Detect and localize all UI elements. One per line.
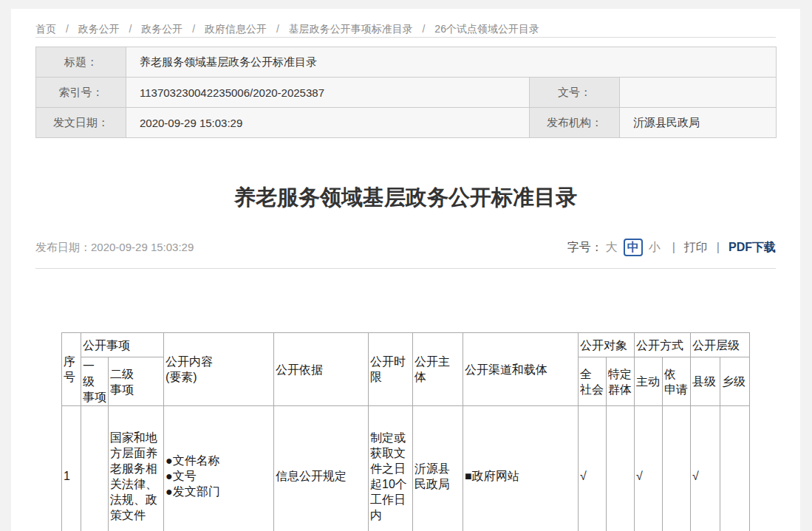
table-row: 1 国家和地方层面养老服务相关法律、法规、政策文件 ●文件名称 ●文号 ●发文部… xyxy=(62,406,750,531)
meta-date-value: 2020-09-29 15:03:29 xyxy=(126,108,530,138)
breadcrumb-item-pilot-areas[interactable]: 26个试点领域公开目录 xyxy=(434,23,539,35)
fontsize-medium-button[interactable]: 中 xyxy=(624,239,643,256)
breadcrumb-item-info-disclosure[interactable]: 政府信息公开 xyxy=(205,23,267,35)
publish-date: 发布日期：2020-09-29 15:03:29 xyxy=(35,241,194,255)
breadcrumb-item-zwgk-1[interactable]: 政务公开 xyxy=(78,23,120,35)
meta-agency-value: 沂源县民政局 xyxy=(620,108,777,138)
publish-date-label: 发布日期： xyxy=(35,241,91,253)
header-seq: 序 号 xyxy=(62,333,81,406)
header-mode-group: 公开方式 xyxy=(635,333,691,357)
meta-index-value: 113703230042235006/2020-2025387 xyxy=(126,78,530,108)
article-toolbar: 字号： 大 中 小 | 打印 | PDF下载 xyxy=(567,239,776,256)
print-button[interactable]: 打印 xyxy=(684,240,708,256)
breadcrumb-separator: / xyxy=(423,23,426,35)
meta-agency-label: 发布机构： xyxy=(530,108,620,138)
meta-row-date: 发文日期： 2020-09-29 15:03:29 发布机构： 沂源县民政局 xyxy=(36,108,777,138)
header-time-limit: 公开时 限 xyxy=(369,333,413,406)
content-card: 首页 / 政务公开 / 政务公开 / 政府信息公开 / 基层政务公开事项标准目录… xyxy=(11,9,800,531)
cell-basis: 信息公开规定 xyxy=(274,406,369,531)
meta-docnum-label: 文号： xyxy=(530,78,620,108)
header-level-county: 县级 xyxy=(691,357,720,406)
fontsize-small-button[interactable]: 小 xyxy=(649,240,661,256)
cell-content: ●文件名称 ●文号 ●发文部门 xyxy=(164,406,274,531)
meta-row-index: 索引号： 113703230042235006/2020-2025387 文号： xyxy=(36,78,777,108)
cell-level2: 国家和地方层面养老服务相关法律、法规、政策文件 xyxy=(109,406,164,531)
article-meta-bar: 发布日期：2020-09-29 15:03:29 字号： 大 中 小 | 打印 … xyxy=(35,238,776,257)
header-level-group: 公开层级 xyxy=(691,333,750,357)
breadcrumb: 首页 / 政务公开 / 政务公开 / 政府信息公开 / 基层政务公开事项标准目录… xyxy=(35,9,776,37)
disclosure-catalog-table: 序 号 公开事项 公开内容 (要素) 公开依据 公开时 限 公开主体 公开渠道和… xyxy=(61,332,750,531)
cell-time-limit: 制定或获取文件之日起10个工作日内 xyxy=(369,406,413,531)
header-subject: 公开主体 xyxy=(413,333,463,406)
breadcrumb-separator: / xyxy=(276,23,279,35)
cell-level-county: √ xyxy=(691,406,720,531)
cell-target-specific xyxy=(607,406,635,531)
cell-mode-request xyxy=(663,406,691,531)
breadcrumb-item-zwgk-2[interactable]: 政务公开 xyxy=(141,23,182,35)
pdf-download-button[interactable]: PDF下载 xyxy=(729,240,776,256)
breadcrumb-item-home[interactable]: 首页 xyxy=(35,23,56,35)
toolbar-separator: | xyxy=(717,241,720,254)
toolbar-separator: | xyxy=(672,241,675,254)
fontsize-large-button[interactable]: 大 xyxy=(606,240,618,256)
header-basis: 公开依据 xyxy=(274,333,369,406)
page-title: 养老服务领域基层政务公开标准目录 xyxy=(35,182,776,212)
header-content: 公开内容 (要素) xyxy=(164,333,274,406)
header-target-all: 全 社会 xyxy=(579,357,607,406)
cell-channel: ■政府网站 xyxy=(463,406,579,531)
breadcrumb-item-standard-catalog[interactable]: 基层政务公开事项标准目录 xyxy=(289,23,413,35)
cell-target-all: √ xyxy=(579,406,607,531)
meta-index-label: 索引号： xyxy=(36,78,126,108)
breadcrumb-separator: / xyxy=(192,23,195,35)
header-mode-active: 主动 xyxy=(635,357,663,406)
header-level-town: 乡级 xyxy=(720,357,750,406)
breadcrumb-divider xyxy=(35,37,776,38)
table-header-row-1: 序 号 公开事项 公开内容 (要素) 公开依据 公开时 限 公开主体 公开渠道和… xyxy=(62,333,750,357)
fontsize-label: 字号： xyxy=(567,240,603,256)
header-mode-request: 依 申请 xyxy=(663,357,691,406)
publish-date-value: 2020-09-29 15:03:29 xyxy=(91,241,194,253)
header-target-group: 公开对象 xyxy=(579,333,635,357)
meta-title-value: 养老服务领域基层政务公开标准目录 xyxy=(126,47,777,78)
meta-docnum-value xyxy=(620,78,777,108)
cell-level-town xyxy=(720,406,750,531)
cell-seq: 1 xyxy=(62,406,81,531)
document-meta-table: 标题： 养老服务领域基层政务公开标准目录 索引号： 11370323004223… xyxy=(35,47,777,138)
header-level2: 二级 事项 xyxy=(109,357,164,406)
header-level1: 一 级 事项 xyxy=(81,357,109,406)
header-target-specific: 特定 群体 xyxy=(607,357,635,406)
meta-row-title: 标题： 养老服务领域基层政务公开标准目录 xyxy=(36,47,777,78)
breadcrumb-separator: / xyxy=(66,23,69,35)
breadcrumb-separator: / xyxy=(129,23,132,35)
header-item-group: 公开事项 xyxy=(81,333,164,357)
header-channel: 公开渠道和载体 xyxy=(463,333,579,406)
meta-date-label: 发文日期： xyxy=(36,108,126,138)
cell-mode-active: √ xyxy=(635,406,663,531)
article-divider xyxy=(35,268,776,269)
meta-title-label: 标题： xyxy=(36,47,126,78)
cell-level1 xyxy=(81,406,109,531)
cell-subject: 沂源县民政局 xyxy=(413,406,463,531)
